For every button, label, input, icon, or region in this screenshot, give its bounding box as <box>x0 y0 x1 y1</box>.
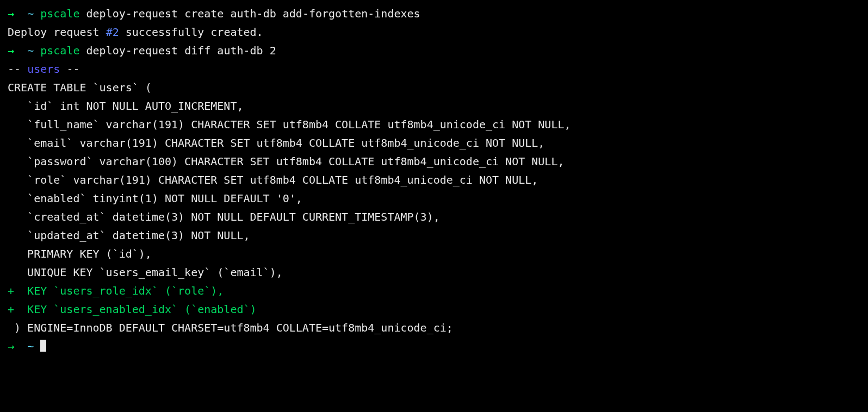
sql-output: UNIQUE KEY `users_email_key` (`email`), <box>8 266 283 279</box>
terminal-line: ) ENGINE=InnoDB DEFAULT CHARSET=utf8mb4 … <box>8 319 860 337</box>
terminal-line: Deploy request #2 successfully created. <box>8 23 860 41</box>
terminal-line: `role` varchar(191) CHARACTER SET utf8mb… <box>8 171 860 189</box>
terminal-line: + KEY `users_role_idx` (`role`), <box>8 282 860 300</box>
sql-output: CREATE TABLE `users` ( <box>8 81 152 94</box>
output-text: Deploy request <box>8 26 106 39</box>
deploy-request-number: #2 <box>106 26 119 39</box>
terminal-line: + KEY `users_enabled_idx` (`enabled`) <box>8 300 860 319</box>
command-name: pscale <box>40 7 79 20</box>
diff-marker: -- <box>60 63 79 76</box>
prompt-arrow-icon: → <box>8 7 14 20</box>
output-text: successfully created. <box>119 26 263 39</box>
terminal-line: CREATE TABLE `users` ( <box>8 78 860 97</box>
terminal-output[interactable]: → ~ pscale deploy-request create auth-db… <box>8 4 860 355</box>
diff-added-line: + KEY `users_role_idx` (`role`), <box>8 284 224 297</box>
command-args: deploy-request diff auth-db 2 <box>79 44 276 57</box>
sql-output: `email` varchar(191) CHARACTER SET utf8m… <box>8 136 544 149</box>
sql-output: `id` int NOT NULL AUTO_INCREMENT, <box>8 99 243 113</box>
terminal-line: `enabled` tinyint(1) NOT NULL DEFAULT '0… <box>8 189 860 208</box>
sql-output: `role` varchar(191) CHARACTER SET utf8mb… <box>8 173 538 186</box>
command-name: pscale <box>40 44 79 57</box>
command-args: deploy-request create auth-db add-forgot… <box>79 7 420 20</box>
sql-output: PRIMARY KEY (`id`), <box>8 247 152 260</box>
terminal-line: → ~ pscale deploy-request diff auth-db 2 <box>8 41 860 60</box>
diff-marker: -- <box>8 63 27 76</box>
terminal-line: → ~ pscale deploy-request create auth-db… <box>8 4 860 23</box>
sql-output: ) ENGINE=InnoDB DEFAULT CHARSET=utf8mb4 … <box>8 321 453 334</box>
terminal-line: `password` varchar(100) CHARACTER SET ut… <box>8 152 860 171</box>
terminal-line: PRIMARY KEY (`id`), <box>8 245 860 263</box>
terminal-line: `id` int NOT NULL AUTO_INCREMENT, <box>8 97 860 115</box>
terminal-line: `full_name` varchar(191) CHARACTER SET u… <box>8 115 860 134</box>
diff-table-name: users <box>27 63 60 76</box>
prompt-arrow-icon: → <box>8 340 14 353</box>
sql-output: `password` varchar(100) CHARACTER SET ut… <box>8 155 565 168</box>
sql-output: `full_name` varchar(191) CHARACTER SET u… <box>8 118 571 131</box>
terminal-line: UNIQUE KEY `users_email_key` (`email`), <box>8 263 860 282</box>
prompt-cwd: ~ <box>27 340 34 353</box>
prompt-cwd: ~ <box>27 7 34 20</box>
terminal-line: `updated_at` datetime(3) NOT NULL, <box>8 226 860 245</box>
prompt-arrow-icon: → <box>8 44 14 57</box>
sql-output: `created_at` datetime(3) NOT NULL DEFAUL… <box>8 210 440 223</box>
diff-added-line: + KEY `users_enabled_idx` (`enabled`) <box>8 303 257 316</box>
sql-output: `updated_at` datetime(3) NOT NULL, <box>8 229 250 242</box>
terminal-line: `email` varchar(191) CHARACTER SET utf8m… <box>8 134 860 152</box>
terminal-line: -- users -- <box>8 60 860 78</box>
sql-output: `enabled` tinyint(1) NOT NULL DEFAULT '0… <box>8 192 302 205</box>
terminal-line: → ~ <box>8 337 860 355</box>
prompt-cwd: ~ <box>27 44 34 57</box>
terminal-line: `created_at` datetime(3) NOT NULL DEFAUL… <box>8 208 860 226</box>
cursor-icon[interactable] <box>40 340 46 352</box>
